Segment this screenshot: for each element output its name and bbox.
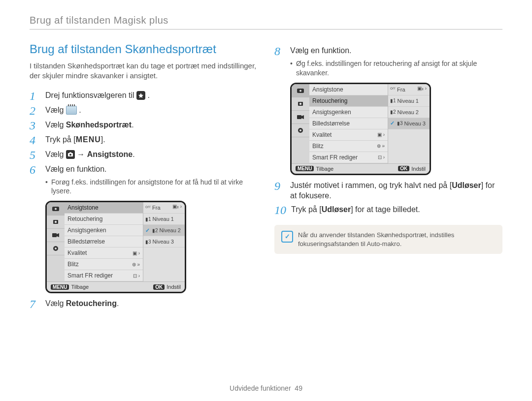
menu-top-indicator: ▣₂ › bbox=[417, 86, 427, 91]
menu-item: Billedstørrelse bbox=[309, 118, 388, 129]
svg-point-19 bbox=[299, 129, 301, 131]
menu-item: Ansigtstone bbox=[309, 84, 388, 95]
step-9: Justér motivet i rammen, og tryk halvt n… bbox=[290, 180, 502, 201]
breadcrumb: Brug af tilstanden Magisk plus bbox=[30, 15, 502, 26]
menu-option-list: ᴼᶠᶠFra▮1Niveau 1▮2Niveau 2✓▮3Niveau 3 bbox=[388, 84, 430, 163]
tab-shoot-icon bbox=[47, 216, 65, 229]
menu-top-indicator: ▣₂ › bbox=[172, 204, 182, 209]
tab-gear-icon bbox=[292, 124, 309, 137]
step-number: 2 bbox=[30, 105, 40, 117]
menu-back: MENUTilbage bbox=[51, 284, 89, 290]
svg-point-2 bbox=[69, 154, 71, 156]
step-8: Vælg en funktion. bbox=[290, 45, 352, 57]
menu-item: Retouchering bbox=[309, 95, 388, 107]
svg-marker-9 bbox=[57, 233, 59, 237]
camera-menu-screenshot-right: ▣₂ › AnsigtstoneRetoucheringAnsigtsgenke… bbox=[290, 83, 431, 175]
step-number: 6 bbox=[30, 164, 40, 176]
menu-option-list: ᴼᶠᶠFra▮1Niveau 1✓▮2Niveau 2▮3Niveau 3 bbox=[143, 202, 185, 281]
page-footer: Udvidede funktioner 49 bbox=[0, 384, 532, 392]
menu-set: OKIndstil bbox=[398, 166, 426, 172]
menu-option: ▮1Niveau 1 bbox=[388, 95, 430, 107]
menu-option: ▮1Niveau 1 bbox=[143, 214, 185, 225]
step-8-sub: Øg f.eks. indstillingen for retouchering… bbox=[290, 59, 502, 78]
info-icon: ✓ bbox=[281, 231, 293, 243]
step-1: Drej funktionsvælgeren til . bbox=[45, 90, 150, 101]
svg-marker-0 bbox=[138, 93, 143, 98]
step-number: 8 bbox=[274, 45, 285, 57]
menu-item: Blitz⊛ » bbox=[309, 141, 388, 152]
tab-video-icon bbox=[47, 229, 65, 242]
step-10: Tryk på [Udløser] for at tage billedet. bbox=[291, 204, 420, 215]
step-number: 3 bbox=[30, 120, 40, 131]
menu-option: ✓▮3Niveau 3 bbox=[388, 118, 430, 129]
menu-tabs bbox=[47, 202, 65, 281]
step-number: 4 bbox=[30, 134, 40, 146]
menu-option: ✓▮2Niveau 2 bbox=[143, 225, 185, 236]
step-number: 9 bbox=[274, 180, 285, 192]
menu-option: ▮2Niveau 2 bbox=[388, 107, 430, 118]
tab-shoot-icon bbox=[292, 97, 309, 111]
step-number: 1 bbox=[30, 90, 40, 102]
menu-set: OKIndstil bbox=[153, 284, 181, 290]
menu-item: Ansigtsgenken bbox=[65, 225, 143, 236]
note-box: ✓ Når du anvender tilstanden Skønhedspor… bbox=[274, 225, 502, 254]
menu-item: Retouchering bbox=[65, 214, 143, 225]
intro-text: I tilstanden Skønhedsportræt kan du tage… bbox=[30, 61, 258, 81]
tab-camera-icon bbox=[292, 84, 309, 97]
menu-item: Kvalitet▣ › bbox=[309, 129, 388, 141]
svg-marker-17 bbox=[301, 115, 304, 119]
svg-point-15 bbox=[299, 103, 301, 105]
menu-item: Smart FR rediger⊡ › bbox=[309, 152, 388, 163]
menu-item: Smart FR rediger⊡ › bbox=[65, 270, 143, 281]
step-7: Vælg Retouchering. bbox=[45, 298, 119, 309]
step-number: 5 bbox=[30, 149, 40, 161]
step-6-sub: Forøg f.eks. indstillingen for ansigtsto… bbox=[45, 178, 258, 196]
step-3: Vælg Skønhedsportræt. bbox=[45, 120, 134, 130]
step-6: Vælg en funktion. bbox=[45, 164, 107, 176]
step-number: 7 bbox=[30, 298, 40, 310]
svg-rect-8 bbox=[52, 233, 57, 237]
left-column: Brug af tilstanden Skønhedsportræt I til… bbox=[30, 42, 258, 313]
camera-icon bbox=[66, 150, 75, 159]
note-text: Når du anvender tilstanden Skønhedsportr… bbox=[298, 231, 496, 248]
menu-item: Kvalitet▣ › bbox=[65, 247, 143, 259]
svg-rect-3 bbox=[69, 153, 71, 154]
mode-dial-icon bbox=[136, 91, 145, 100]
section-title: Brug af tilstanden Skønhedsportræt bbox=[30, 42, 258, 56]
menu-tabs bbox=[292, 84, 309, 163]
svg-point-5 bbox=[55, 208, 57, 210]
menu-back: MENUTilbage bbox=[296, 166, 333, 172]
step-number: 10 bbox=[274, 204, 286, 216]
menu-item-list: AnsigtstoneRetoucheringAnsigtsgenkenBill… bbox=[65, 202, 143, 281]
svg-point-11 bbox=[55, 247, 57, 249]
menu-item: Ansigtstone bbox=[65, 202, 143, 214]
scn-icon bbox=[66, 106, 77, 115]
header-rule bbox=[30, 29, 502, 30]
menu-option: ▮3Niveau 3 bbox=[143, 236, 185, 247]
menu-button-label: MENU bbox=[76, 135, 101, 144]
menu-item: Blitz⊛ » bbox=[65, 259, 143, 270]
menu-item-list: AnsigtstoneRetoucheringAnsigtsgenkenBill… bbox=[309, 84, 388, 163]
step-4: Tryk på [MENU]. bbox=[45, 134, 105, 145]
tab-camera-icon bbox=[47, 202, 65, 216]
svg-rect-16 bbox=[297, 115, 301, 119]
menu-item: Ansigtsgenken bbox=[309, 107, 388, 118]
svg-point-13 bbox=[299, 90, 301, 92]
right-column: 8 Vælg en funktion. Øg f.eks. indstillin… bbox=[274, 42, 502, 313]
menu-item: Billedstørrelse bbox=[65, 236, 143, 247]
step-5: Vælg → Ansigtstone. bbox=[45, 149, 135, 160]
tab-video-icon bbox=[292, 111, 309, 124]
step-2: Vælg . bbox=[45, 105, 81, 116]
tab-gear-icon bbox=[47, 242, 65, 255]
camera-menu-screenshot-left: ▣₂ › AnsigtstoneRetoucheringAnsigtsgenke… bbox=[45, 201, 186, 293]
svg-point-7 bbox=[55, 221, 57, 223]
